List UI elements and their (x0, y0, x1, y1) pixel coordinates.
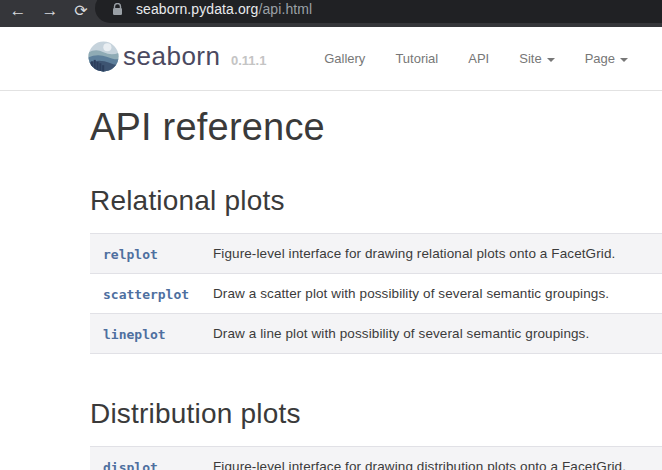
chevron-down-icon (547, 58, 555, 62)
row-description: Figure-level interface for drawing distr… (213, 447, 662, 470)
browser-toolbar: ← → ⟳ seaborn.pydata.org/api.html (0, 0, 662, 27)
back-icon[interactable]: ← (6, 0, 30, 23)
table-row: displot Figure-level interface for drawi… (90, 447, 662, 470)
section-heading-relational-plots: Relational plots (90, 185, 662, 217)
nav-gallery[interactable]: Gallery (324, 51, 365, 66)
table-row: relplot Figure-level interface for drawi… (90, 234, 662, 274)
table-row: scatterplot Draw a scatter plot with pos… (90, 274, 662, 314)
row-description: Draw a line plot with possibility of sev… (213, 314, 662, 354)
address-bar[interactable]: seaborn.pydata.org/api.html (95, 0, 662, 23)
nav-page-dropdown[interactable]: Page (585, 51, 628, 66)
nav-tutorial[interactable]: Tutorial (395, 51, 438, 66)
seaborn-logo-icon (88, 41, 119, 72)
chevron-down-icon (620, 58, 628, 62)
link-displot[interactable]: displot (103, 460, 158, 470)
section-heading-distribution-plots: Distribution plots (90, 398, 662, 430)
brand-logo-link[interactable]: seaborn (88, 41, 220, 72)
nav-site-dropdown[interactable]: Site (519, 51, 554, 66)
nav-api[interactable]: API (468, 51, 489, 66)
forward-icon[interactable]: → (38, 0, 62, 23)
url-text: seaborn.pydata.org/api.html (136, 1, 312, 17)
link-scatterplot[interactable]: scatterplot (103, 287, 189, 302)
distribution-plots-table: displot Figure-level interface for drawi… (90, 446, 662, 470)
url-host: seaborn.pydata.org (136, 1, 258, 17)
url-path: /api.html (258, 1, 312, 17)
table-row: lineplot Draw a line plot with possibili… (90, 314, 662, 354)
relational-plots-table: relplot Figure-level interface for drawi… (90, 233, 662, 354)
brand-name: seaborn (123, 41, 220, 72)
row-description: Draw a scatter plot with possibility of … (213, 274, 662, 314)
page-title: API reference (90, 106, 662, 149)
link-lineplot[interactable]: lineplot (103, 327, 166, 342)
version-label: 0.11.1 (231, 53, 266, 68)
site-header: seaborn 0.11.1 Gallery Tutorial API Site… (0, 27, 662, 91)
main-nav: Gallery Tutorial API Site Page (324, 27, 628, 90)
lock-icon (112, 3, 123, 16)
page-content: API reference Relational plots relplot F… (0, 106, 662, 470)
link-relplot[interactable]: relplot (103, 247, 158, 262)
row-description: Figure-level interface for drawing relat… (213, 234, 662, 274)
reload-icon[interactable]: ⟳ (69, 0, 93, 23)
